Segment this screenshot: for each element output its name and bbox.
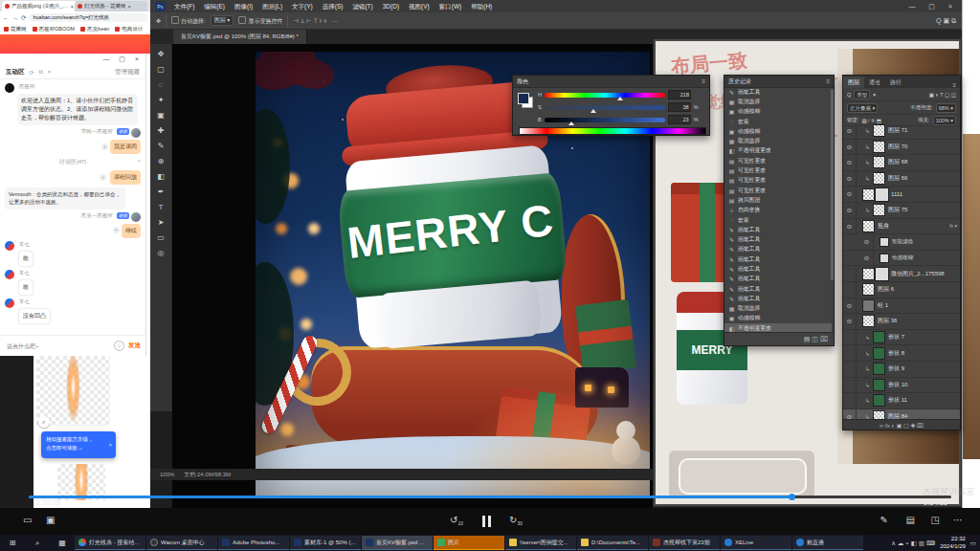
taskbar-app-button[interactable]: D:\Documents\Te... (577, 536, 648, 550)
panel-title[interactable]: 历史记录 (728, 77, 751, 86)
tool-icon[interactable]: ✥ (153, 47, 169, 62)
result-image-flare[interactable] (36, 356, 110, 426)
layer-row[interactable]: ⊙ ↳ 图层 68 fx ▾ (843, 155, 960, 171)
layer-visibility-toggle[interactable]: ⊙ (843, 282, 857, 298)
layer-row[interactable]: ⊙ ↳ 形状 10 fx ▾ (843, 378, 960, 394)
panel-title[interactable]: 颜色 (517, 77, 528, 86)
taskbar-clock[interactable]: 22:32 2024/1/29 (940, 536, 966, 551)
brightness-value[interactable]: 23 (668, 115, 691, 124)
layer-thumbnail[interactable] (880, 237, 889, 247)
tab-close-icon[interactable]: × (127, 4, 130, 10)
history-footer-buttons[interactable]: ▤ ◫ ⌧ (724, 332, 834, 345)
layer-list[interactable]: ⊙ ↳ 图层 71 fx ▾ ⊙ ↳ 图层 70 fx ▾ ⊙ ↳ (843, 123, 960, 422)
layer-row[interactable]: ⊙ ↳ 图层 71 fx ▾ (843, 123, 960, 140)
history-step[interactable]: 画笔工具 (724, 225, 832, 234)
history-step[interactable]: 画笔工具 (724, 294, 832, 303)
layer-visibility-toggle[interactable]: ⊙ (843, 393, 857, 408)
tool-icon[interactable]: ✦ (153, 93, 169, 108)
tool-icon[interactable]: ◎ (153, 246, 169, 261)
layer-thumbnail[interactable] (880, 253, 889, 263)
taskbar-app-button[interactable]: 灯光线条 - 搜索结... (75, 536, 145, 550)
layers-footer-buttons[interactable]: ∞ fx ◐ ▣ ▢ ✚ ⌧ (843, 419, 960, 430)
layer-thumbnail[interactable] (873, 394, 885, 407)
tab-layers[interactable]: 图层 (843, 77, 864, 88)
history-step[interactable]: 画笔工具 (724, 245, 832, 254)
document-tab[interactable]: 首页KV橱窗.psd @ 100% (图层 84, RGB/8#) * (173, 30, 307, 44)
layer-visibility-toggle[interactable]: ⊙ (843, 362, 857, 377)
layer-visibility-toggle[interactable]: ⊙ (843, 203, 857, 218)
layer-thumbnail[interactable] (873, 347, 885, 360)
avatar[interactable] (5, 83, 14, 93)
similar-search-tooltip[interactable]: 相似搜索能力升级， 点击即可体验→ × (41, 431, 116, 458)
saturation-value[interactable]: 38 (668, 102, 691, 112)
layer-row[interactable]: ⊙ ↳ 瓶身 fx ▾ (843, 219, 960, 235)
show-transform-checkbox[interactable] (238, 16, 246, 24)
layer-thumbnail[interactable] (862, 315, 875, 327)
menu-item[interactable]: 视图(V) (404, 0, 434, 12)
layer-row[interactable]: ⊙ ↳ 微信图片_2...175598 fx ▾ (843, 266, 960, 282)
refresh-icon[interactable]: ⟳ (30, 69, 34, 76)
emoji-icon[interactable]: ☺ (114, 341, 124, 351)
layer-visibility-toggle[interactable]: ⊙ (843, 187, 857, 202)
layer-visibility-toggle[interactable]: ⊙ (843, 378, 857, 393)
layer-visibility-toggle[interactable]: ⊙ (843, 266, 857, 281)
tool-icon[interactable]: ◧ (153, 169, 169, 185)
tab-manage[interactable]: 管理视频 (115, 68, 140, 77)
panel-menu-icon[interactable]: ≡ (826, 78, 830, 84)
more-options-icon[interactable]: ··· (332, 18, 338, 24)
avatar[interactable] (5, 241, 14, 251)
layer-row[interactable]: ⊙ ↳ 图层 66 fx ▾ (843, 171, 960, 187)
reload-icon[interactable]: ⟳ (21, 14, 26, 22)
tool-icon[interactable]: ✎ (153, 139, 169, 154)
url-input[interactable]: huaban.com/search?q=灯光线效 (29, 13, 147, 22)
menu-item[interactable]: 文件(F) (169, 0, 199, 12)
tool-icon[interactable]: ▭ (153, 231, 169, 246)
avatar[interactable] (131, 212, 141, 222)
action-center-icon[interactable]: ▭ (970, 540, 976, 547)
menu-item[interactable]: 文字(Y) (287, 0, 318, 12)
chat-message-list[interactable]: 杰视帮 欢迎进入直播间：1、请小伙伴们把手机静音调至方便的状态。2、请添加课程顾… (0, 80, 145, 333)
cast-screen-icon[interactable]: ▭ (23, 515, 32, 525)
send-button[interactable]: 发送 (128, 342, 141, 350)
tool-icon[interactable]: ✚ (153, 123, 169, 139)
back-icon[interactable]: ← (3, 14, 10, 21)
filter-type-dropdown[interactable]: 类型 (854, 90, 870, 99)
quote-icon[interactable]: + (101, 143, 108, 150)
filter-kind-icons[interactable]: ▣ ◐ T ▢ ◫ (929, 92, 956, 98)
menu-item[interactable]: 选择(S) (318, 0, 348, 12)
tool-icon[interactable]: ⊕ (153, 154, 169, 169)
browser-tab-2[interactable]: 灯光线条 - 花瓣网 × (75, 1, 147, 11)
pause-button[interactable] (480, 516, 492, 527)
start-button[interactable]: ⊞ (0, 535, 25, 551)
auto-select-checkbox[interactable] (171, 16, 179, 24)
history-step[interactable]: 动感模糊 (724, 314, 832, 323)
layer-fx-badge[interactable]: fx ▾ (949, 223, 957, 229)
bookmark-item[interactable]: 电商设计 (115, 26, 143, 33)
layer-visibility-toggle[interactable]: ⊙ (843, 345, 857, 361)
layer-row[interactable]: ⊙ ↳ 动感模糊 fx ▾ (843, 251, 960, 267)
layer-visibility-toggle[interactable]: ⊙ (860, 234, 874, 250)
layer-row[interactable]: ⊙ ↳ 形状 8 fx ▾ (843, 345, 960, 362)
window-controls[interactable]: — ▢ × (908, 0, 958, 12)
menu-item[interactable]: 窗口(W) (434, 0, 466, 12)
history-step[interactable]: 可见性更改 (724, 186, 832, 195)
popout-icon[interactable]: ⧉ (39, 69, 43, 76)
layer-thumbnail[interactable] (873, 156, 885, 168)
layer-visibility-toggle[interactable]: ⊙ (843, 155, 857, 170)
history-step[interactable]: 画笔工具 (724, 275, 832, 284)
layer-row[interactable]: ⊙ ↳ 图层 75 fx ▾ (843, 203, 960, 219)
align-buttons[interactable]: ⊣ ⊥ ⊢ ⊤ ⊦ ⊧ (293, 17, 327, 24)
menu-item[interactable]: 图像(I) (230, 0, 257, 12)
history-step[interactable]: 套索 (724, 215, 832, 225)
rewind-10-button[interactable]: ↺10 (450, 515, 463, 526)
layer-thumbnail[interactable] (862, 283, 875, 296)
history-step[interactable]: 画笔工具 (724, 234, 832, 244)
menu-item[interactable]: 3D(D) (378, 0, 404, 12)
forward-30-button[interactable]: ↻30 (509, 515, 523, 526)
auto-select-target-dropdown[interactable]: 图层 ▾ (211, 15, 234, 26)
taskbar-app-button[interactable]: 素材库-1 @ 50% (... (290, 536, 361, 550)
layer-thumbnail[interactable] (873, 141, 885, 153)
blend-mode-dropdown[interactable]: 正片叠底 ▾ (847, 103, 878, 113)
color-swatches[interactable] (518, 93, 533, 108)
history-step[interactable]: 套索 (724, 117, 832, 126)
